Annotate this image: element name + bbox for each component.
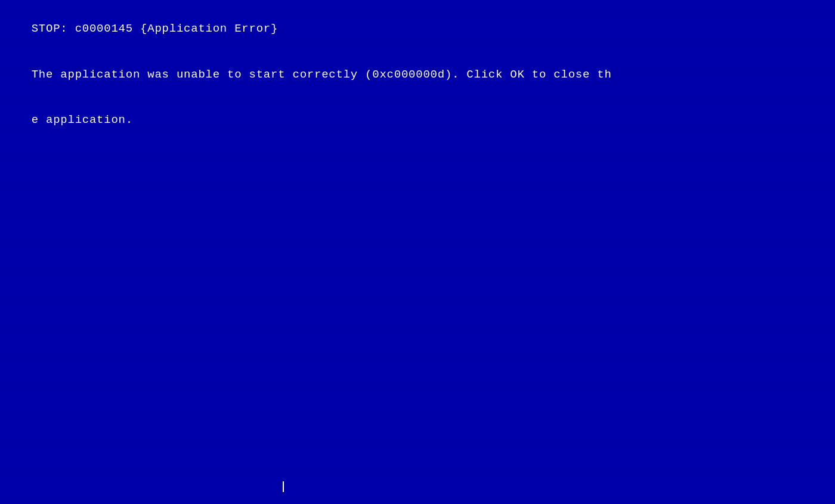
- error-line3: e application.: [32, 113, 133, 126]
- error-message-block: STOP: c0000145 {Application Error} The a…: [2, 6, 612, 144]
- error-line1: STOP: c0000145 {Application Error}: [32, 22, 279, 35]
- error-line2: The application was unable to start corr…: [32, 68, 612, 81]
- cursor-blink: [283, 481, 284, 492]
- bsod-screen: STOP: c0000145 {Application Error} The a…: [0, 0, 835, 504]
